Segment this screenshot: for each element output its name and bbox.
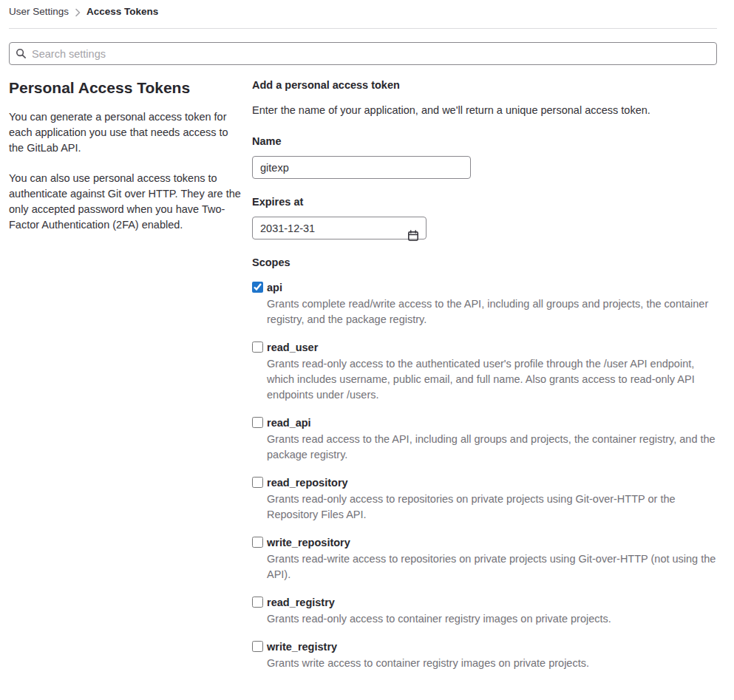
calendar-picker-button[interactable] [401, 225, 426, 246]
breadcrumb-user-settings[interactable]: User Settings [9, 6, 69, 18]
form-title: Add a personal access token [252, 78, 717, 92]
scope-label[interactable]: api [267, 280, 282, 296]
token-name-input[interactable] [252, 156, 471, 179]
scope-item-read-registry: read_registry Grants read-only access to… [252, 595, 717, 627]
section-paragraph-2: You can also use personal access tokens … [9, 171, 244, 233]
name-label: Name [252, 135, 717, 149]
scope-item-write-registry: write_registry Grants write access to co… [252, 639, 717, 671]
scope-description: Grants read-write access to repositories… [267, 551, 717, 582]
breadcrumb: User Settings Access Tokens [9, 0, 717, 18]
search-icon [16, 48, 27, 59]
scope-item-read-api: read_api Grants read access to the API, … [252, 415, 717, 463]
section-paragraph-1: You can generate a personal access token… [9, 109, 244, 156]
form-description: Enter the name of your application, and … [252, 103, 717, 118]
page-title: Personal Access Tokens [9, 78, 244, 98]
scope-label[interactable]: write_registry [267, 639, 337, 655]
scope-label[interactable]: read_user [267, 340, 318, 356]
scope-checkbox-write-repository[interactable] [252, 537, 263, 548]
access-token-form: Add a personal access token Enter the na… [252, 78, 717, 700]
scope-item-api: api Grants complete read/write access to… [252, 280, 717, 327]
scope-label[interactable]: read_api [267, 415, 311, 431]
scope-description: Grants read-only access to the authentic… [267, 356, 717, 403]
breadcrumb-access-tokens: Access Tokens [86, 6, 158, 18]
settings-page: User Settings Access Tokens Personal Acc… [0, 0, 734, 700]
expires-at-field [252, 217, 427, 239]
scope-label[interactable]: write_repository [267, 535, 350, 551]
scope-description: Grants read access to the API, including… [267, 432, 717, 463]
search-input[interactable] [9, 42, 717, 65]
scope-item-write-repository: write_repository Grants read-write acces… [252, 535, 717, 582]
calendar-icon [407, 230, 419, 242]
scope-checkbox-read-repository[interactable] [252, 477, 263, 488]
scope-item-read-user: read_user Grants read-only access to the… [252, 340, 717, 403]
scope-checkbox-read-registry[interactable] [252, 597, 263, 608]
scope-checkbox-write-registry[interactable] [252, 641, 263, 652]
scope-checkbox-api[interactable] [252, 282, 263, 293]
settings-section-description: Personal Access Tokens You can generate … [9, 78, 244, 700]
header-divider [9, 28, 717, 29]
scope-item-read-repository: read_repository Grants read-only access … [252, 475, 717, 523]
scope-checkbox-read-api[interactable] [252, 417, 263, 428]
scope-description: Grants read-only access to container reg… [267, 611, 717, 627]
scope-checkbox-read-user[interactable] [252, 341, 263, 353]
scope-label[interactable]: read_registry [267, 595, 335, 611]
search-bar [9, 42, 717, 65]
chevron-right-icon [75, 8, 81, 17]
scope-label[interactable]: read_repository [267, 475, 348, 491]
scope-list: api Grants complete read/write access to… [252, 280, 717, 671]
expires-at-label: Expires at [252, 195, 717, 209]
scopes-label: Scopes [252, 256, 717, 270]
scope-description: Grants read-only access to repositories … [267, 492, 717, 523]
scope-description: Grants complete read/write access to the… [267, 296, 717, 327]
scope-description: Grants write access to container registr… [267, 656, 717, 671]
